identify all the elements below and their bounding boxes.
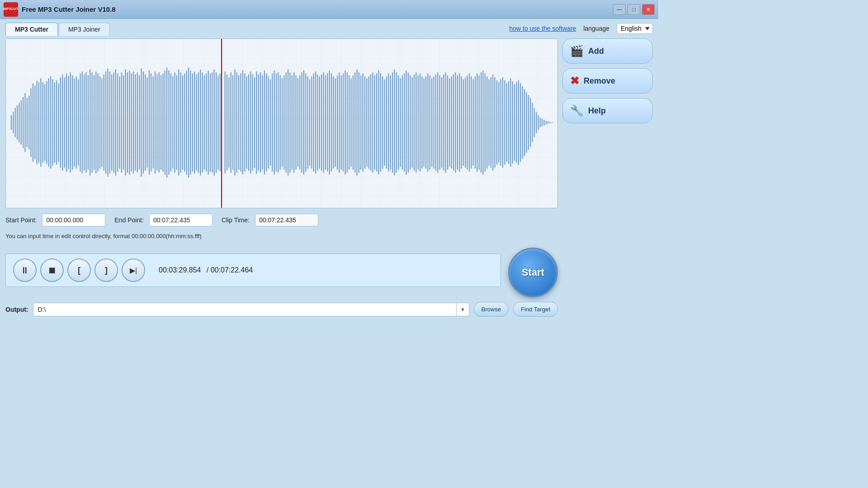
remove-button[interactable]: ✖ Remove <box>562 68 653 94</box>
svg-rect-184 <box>372 72 373 173</box>
minimize-button[interactable]: — <box>613 4 626 15</box>
tab-mp3-cutter[interactable]: MP3 Cutter <box>5 23 58 36</box>
output-dropdown-button[interactable]: ▼ <box>456 303 469 316</box>
clip-time-input[interactable]: 00:07:22.435 <box>255 214 318 226</box>
svg-rect-183 <box>370 74 371 170</box>
svg-rect-151 <box>307 76 308 169</box>
output-path-input[interactable] <box>33 303 456 316</box>
svg-rect-157 <box>319 76 320 169</box>
svg-rect-67 <box>139 75 140 170</box>
logo-line1: MP3 <box>4 7 11 11</box>
language-select[interactable]: English <box>617 23 653 34</box>
svg-rect-138 <box>282 78 283 167</box>
svg-rect-274 <box>550 122 551 123</box>
svg-rect-79 <box>162 73 163 172</box>
svg-rect-15 <box>37 81 38 164</box>
pause-button[interactable]: ⏸ <box>13 258 37 282</box>
svg-rect-231 <box>465 77 466 168</box>
mark-in-button[interactable]: [ <box>67 258 91 282</box>
svg-rect-45 <box>95 71 96 174</box>
svg-rect-92 <box>188 67 189 178</box>
svg-rect-46 <box>98 73 99 172</box>
total-time: / 00:07:22.464 <box>207 266 253 274</box>
svg-rect-63 <box>131 73 132 172</box>
svg-rect-81 <box>166 67 167 178</box>
svg-rect-112 <box>231 72 231 173</box>
window-controls: — □ ✕ <box>613 0 655 19</box>
svg-rect-212 <box>427 73 428 172</box>
play-forward-button[interactable]: ▶| <box>122 258 145 282</box>
end-point-input[interactable]: 00:07:22.435 <box>149 214 212 226</box>
svg-rect-165 <box>335 78 336 167</box>
waveform-display[interactable]: // We'll draw this with pure SVG paths i… <box>5 38 558 208</box>
svg-rect-116 <box>238 75 239 170</box>
svg-rect-149 <box>303 70 304 175</box>
svg-rect-126 <box>258 74 259 170</box>
app-logo: MP3 CUT <box>4 2 18 17</box>
svg-rect-167 <box>339 72 340 173</box>
svg-rect-172 <box>349 75 349 170</box>
svg-rect-101 <box>206 73 207 172</box>
svg-rect-251 <box>504 80 505 164</box>
close-button[interactable]: ✕ <box>642 4 655 15</box>
stop-button[interactable]: ⏹ <box>40 258 64 282</box>
svg-rect-216 <box>435 74 436 170</box>
svg-rect-25 <box>56 80 57 164</box>
svg-rect-32 <box>70 72 71 173</box>
svg-rect-37 <box>80 73 80 172</box>
svg-rect-109 <box>225 71 226 174</box>
mark-out-icon: ] <box>105 266 108 275</box>
svg-rect-210 <box>424 78 425 167</box>
svg-rect-128 <box>262 75 263 170</box>
svg-rect-111 <box>228 77 229 168</box>
start-button[interactable]: Start <box>508 248 558 297</box>
svg-rect-166 <box>337 75 338 170</box>
svg-rect-233 <box>469 73 470 172</box>
svg-rect-248 <box>498 82 499 163</box>
help-label: Help <box>588 106 606 116</box>
svg-rect-191 <box>386 76 387 169</box>
svg-rect-238 <box>479 75 480 170</box>
svg-rect-240 <box>482 70 483 175</box>
svg-rect-259 <box>520 83 521 162</box>
svg-rect-59 <box>123 75 124 170</box>
svg-rect-224 <box>451 76 452 169</box>
svg-rect-88 <box>180 72 181 173</box>
help-button[interactable]: 🔧 Help <box>562 98 653 123</box>
svg-rect-217 <box>437 72 438 173</box>
svg-rect-205 <box>414 74 415 170</box>
how-to-link[interactable]: how to use the software <box>509 25 576 32</box>
svg-rect-269 <box>540 117 541 127</box>
svg-rect-13 <box>33 83 33 162</box>
svg-rect-176 <box>357 70 358 176</box>
find-target-button[interactable]: Find Target <box>513 302 558 317</box>
svg-rect-94 <box>192 73 193 172</box>
svg-rect-169 <box>343 73 344 172</box>
svg-rect-72 <box>149 70 150 175</box>
hint-text: You can input time in edit control direc… <box>5 232 558 240</box>
browse-button[interactable]: Browse <box>474 302 509 317</box>
tab-mp3-joiner[interactable]: MP3 Joiner <box>59 23 110 36</box>
remove-label: Remove <box>584 76 615 86</box>
svg-rect-21 <box>48 78 49 167</box>
svg-rect-58 <box>121 72 122 173</box>
svg-rect-2 <box>11 115 12 130</box>
logo-line2: CUT <box>11 7 18 11</box>
start-point-label: Start Point: <box>5 216 37 224</box>
add-button[interactable]: 🎬 Add <box>562 38 653 64</box>
svg-rect-260 <box>522 86 523 159</box>
svg-rect-141 <box>288 70 288 176</box>
maximize-button[interactable]: □ <box>627 4 640 15</box>
app-title: Free MP3 Cutter Joiner V10.8 <box>22 5 116 13</box>
svg-rect-171 <box>347 72 348 173</box>
svg-rect-220 <box>443 74 444 170</box>
mark-out-button[interactable]: ] <box>94 258 118 282</box>
svg-rect-253 <box>508 81 509 164</box>
svg-rect-180 <box>364 76 365 169</box>
start-point-input[interactable]: 00:00:00.000 <box>42 214 105 226</box>
svg-rect-95 <box>194 71 195 174</box>
svg-rect-179 <box>363 73 363 172</box>
svg-rect-97 <box>198 72 199 173</box>
svg-rect-22 <box>50 76 51 169</box>
svg-rect-125 <box>256 71 257 174</box>
